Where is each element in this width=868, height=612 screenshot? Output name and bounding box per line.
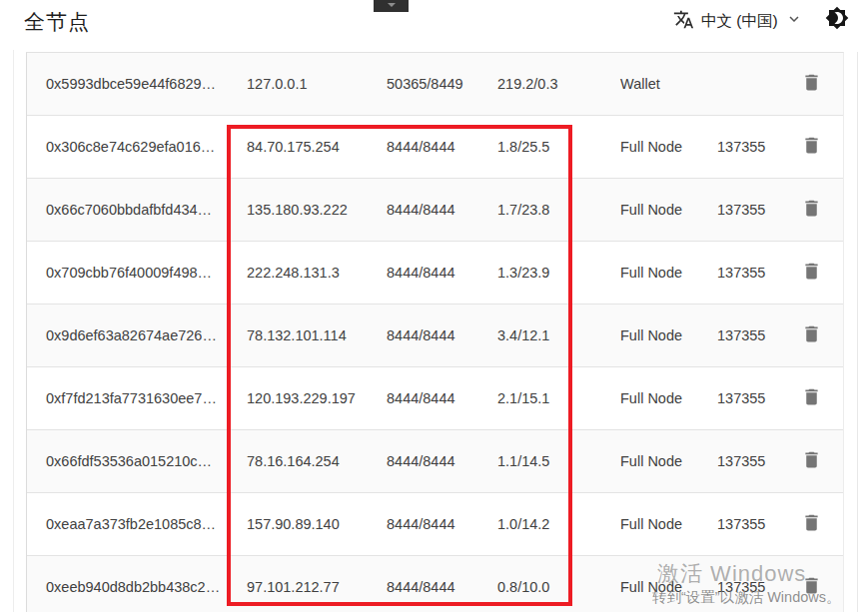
node-type: Full Node xyxy=(620,305,710,366)
node-type: Full Node xyxy=(620,556,710,612)
table-row: 0x66c7060bbdafbfd434… 135.180.93.222 844… xyxy=(27,179,843,242)
node-ports: 8444/8444 xyxy=(387,116,486,178)
node-ports: 8444/8444 xyxy=(387,556,486,612)
node-height: 137355 xyxy=(717,493,787,555)
node-ip: 135.180.93.222 xyxy=(247,179,377,241)
node-traffic: 1.8/25.5 xyxy=(497,116,587,178)
node-height: 137355 xyxy=(717,305,787,366)
language-selector[interactable]: 中文 (中国) xyxy=(673,6,803,36)
node-address: 0xeaa7a373fb2e1085c8… xyxy=(46,493,236,555)
left-guide-line xyxy=(13,50,14,612)
table-row: 0x5993dbce59e44f6829… 127.0.0.1 50365/84… xyxy=(27,53,843,116)
node-address: 0xeeb940d8db2bb438c2… xyxy=(46,556,236,612)
node-address: 0x306c8e74c629efa016… xyxy=(46,116,236,178)
trash-icon xyxy=(801,449,822,473)
translate-icon xyxy=(673,9,694,34)
node-address: 0x709cbb76f40009f498… xyxy=(46,242,236,304)
node-ip: 78.16.164.254 xyxy=(247,430,377,492)
node-ports: 8444/8444 xyxy=(387,430,486,492)
dark-mode-toggle[interactable] xyxy=(822,4,852,34)
node-ip: 120.193.229.197 xyxy=(247,367,377,429)
node-type: Full Node xyxy=(620,367,710,429)
node-ip: 127.0.0.1 xyxy=(247,53,377,115)
caret-down-icon xyxy=(388,3,396,7)
trash-icon xyxy=(801,323,822,347)
node-type: Full Node xyxy=(620,116,710,178)
table-row: 0x709cbb76f40009f498… 222.248.131.3 8444… xyxy=(27,242,843,305)
node-height: 137355 xyxy=(717,179,787,241)
node-address: 0xf7fd213fa7731630ee7… xyxy=(46,367,236,429)
node-traffic: 2.1/15.1 xyxy=(497,367,587,429)
page-title: 全节点 xyxy=(24,8,90,36)
node-height xyxy=(717,53,787,115)
delete-node-button[interactable] xyxy=(795,367,827,429)
node-address: 0x9d6ef63a82674ae726… xyxy=(46,305,236,366)
delete-node-button[interactable] xyxy=(795,242,827,304)
node-traffic: 1.7/23.8 xyxy=(497,179,587,241)
node-ports: 8444/8444 xyxy=(387,179,486,241)
delete-node-button[interactable] xyxy=(795,116,827,178)
trash-icon xyxy=(801,512,822,536)
table-row: 0xeaa7a373fb2e1085c8… 157.90.89.140 8444… xyxy=(27,493,843,556)
node-type: Full Node xyxy=(620,493,710,555)
language-label: 中文 (中国) xyxy=(701,11,778,32)
trash-icon xyxy=(801,72,822,96)
table-row: 0xeeb940d8db2bb438c2… 97.101.212.77 8444… xyxy=(27,556,843,612)
trash-icon xyxy=(801,261,822,285)
node-height: 137355 xyxy=(717,116,787,178)
table-row: 0xf7fd213fa7731630ee7… 120.193.229.197 8… xyxy=(27,367,843,430)
scroll-track-line xyxy=(857,52,858,612)
node-height: 137355 xyxy=(717,367,787,429)
node-traffic: 1.1/14.5 xyxy=(497,430,587,492)
delete-node-button[interactable] xyxy=(795,305,827,366)
node-traffic: 3.4/12.1 xyxy=(497,305,587,366)
chevron-down-icon xyxy=(785,10,803,32)
node-traffic: 1.0/14.2 xyxy=(497,493,587,555)
node-type: Wallet xyxy=(620,53,710,115)
table-row: 0x9d6ef63a82674ae726… 78.132.101.114 844… xyxy=(27,305,843,367)
delete-node-button[interactable] xyxy=(795,53,827,115)
node-address: 0x66c7060bbdafbfd434… xyxy=(46,179,236,241)
node-ip: 157.90.89.140 xyxy=(247,493,377,555)
node-ports: 50365/8449 xyxy=(387,53,486,115)
brightness-theme-icon xyxy=(825,6,849,33)
collapsed-toolbar-tab[interactable] xyxy=(374,0,409,12)
top-header: 全节点 中文 (中国) xyxy=(0,0,868,50)
trash-icon xyxy=(801,135,822,159)
node-address: 0x66fdf53536a015210c… xyxy=(46,430,236,492)
nodes-table-card: 0x5993dbce59e44f6829… 127.0.0.1 50365/84… xyxy=(26,52,844,612)
node-ip: 78.132.101.114 xyxy=(247,305,377,366)
table-row: 0x306c8e74c629efa016… 84.70.175.254 8444… xyxy=(27,116,843,179)
node-ports: 8444/8444 xyxy=(387,493,486,555)
node-ports: 8444/8444 xyxy=(387,242,486,304)
delete-node-button[interactable] xyxy=(795,556,827,612)
node-height: 137355 xyxy=(717,556,787,612)
trash-icon xyxy=(801,198,822,222)
node-traffic: 219.2/0.3 xyxy=(497,53,587,115)
delete-node-button[interactable] xyxy=(795,493,827,555)
node-traffic: 0.8/10.0 xyxy=(497,556,587,612)
node-ip: 222.248.131.3 xyxy=(247,242,377,304)
nodes-table: 0x5993dbce59e44f6829… 127.0.0.1 50365/84… xyxy=(27,53,843,612)
delete-node-button[interactable] xyxy=(795,430,827,492)
node-type: Full Node xyxy=(620,430,710,492)
node-height: 137355 xyxy=(717,430,787,492)
table-row: 0x66fdf53536a015210c… 78.16.164.254 8444… xyxy=(27,430,843,493)
node-ports: 8444/8444 xyxy=(387,367,486,429)
trash-icon xyxy=(801,575,822,599)
trash-icon xyxy=(801,386,822,410)
node-type: Full Node xyxy=(620,179,710,241)
node-ip: 84.70.175.254 xyxy=(247,116,377,178)
node-address: 0x5993dbce59e44f6829… xyxy=(46,53,236,115)
node-ports: 8444/8444 xyxy=(387,305,486,366)
node-height: 137355 xyxy=(717,242,787,304)
node-ip: 97.101.212.77 xyxy=(247,556,377,612)
delete-node-button[interactable] xyxy=(795,179,827,241)
node-traffic: 1.3/23.9 xyxy=(497,242,587,304)
node-type: Full Node xyxy=(620,242,710,304)
